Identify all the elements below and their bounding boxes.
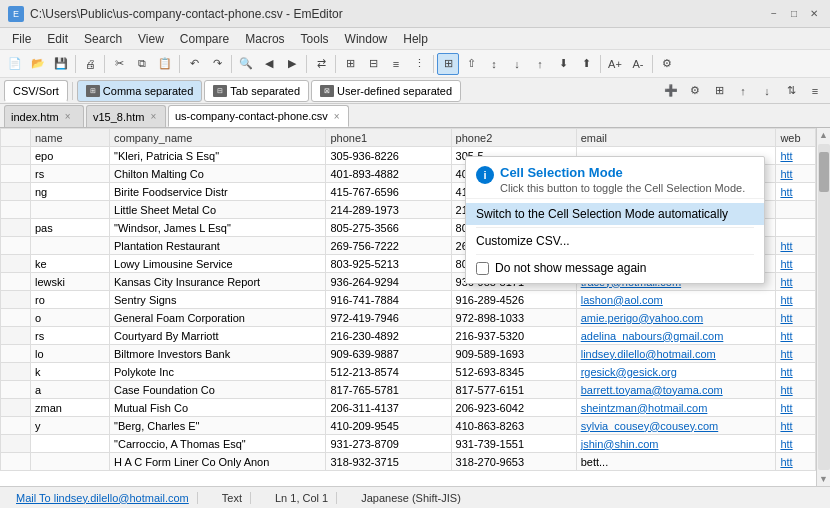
cell-name[interactable] [31, 237, 110, 255]
cell-company[interactable]: Sentry Signs [110, 291, 326, 309]
file-tab-2[interactable]: us-company-contact-phone.csv × [168, 105, 349, 127]
cell-company[interactable]: Mutual Fish Co [110, 399, 326, 417]
cell-email[interactable]: sylvia_cousey@cousey.com [576, 417, 776, 435]
v-scrollbar[interactable]: ▲ ▼ [816, 128, 830, 486]
cell-web[interactable]: htt [776, 381, 816, 399]
cell-web[interactable]: htt [776, 273, 816, 291]
cell-email[interactable]: barrett.toyama@toyama.com [576, 381, 776, 399]
cell-phone1[interactable]: 415-767-6596 [326, 183, 451, 201]
cell-phone2[interactable]: 410-863-8263 [451, 417, 576, 435]
cell-phone2[interactable]: 931-739-1551 [451, 435, 576, 453]
cell-name[interactable]: ke [31, 255, 110, 273]
cell-phone2[interactable]: 909-589-1693 [451, 345, 576, 363]
cell-name[interactable]: rs [31, 327, 110, 345]
cell-phone1[interactable]: 214-289-1973 [326, 201, 451, 219]
cell-email[interactable]: lashon@aol.com [576, 291, 776, 309]
cell-name[interactable]: a [31, 381, 110, 399]
plus-button[interactable]: ➕ [660, 80, 682, 102]
v-scroll-track[interactable] [818, 144, 830, 470]
cell-web[interactable]: htt [776, 399, 816, 417]
cell-company[interactable]: Chilton Malting Co [110, 165, 326, 183]
tb-btn11[interactable]: ⬆ [575, 53, 597, 75]
cell-name[interactable]: k [31, 363, 110, 381]
scroll-up-button[interactable]: ▲ [817, 128, 831, 142]
cell-company[interactable]: Little Sheet Metal Co [110, 201, 326, 219]
copy-button[interactable]: ⧉ [131, 53, 153, 75]
menu-file[interactable]: File [4, 28, 39, 50]
filter-button[interactable]: ⊞ [708, 80, 730, 102]
cell-phone1[interactable]: 916-741-7884 [326, 291, 451, 309]
cell-name[interactable]: rs [31, 165, 110, 183]
find-button[interactable]: 🔍 [235, 53, 257, 75]
cell-name[interactable]: zman [31, 399, 110, 417]
minimize-button[interactable]: − [766, 6, 782, 22]
cell-phone1[interactable]: 805-275-3566 [326, 219, 451, 237]
cell-web[interactable]: htt [776, 363, 816, 381]
file-tab-1-close[interactable]: × [150, 111, 156, 122]
cell-phone1[interactable]: 305-936-8226 [326, 147, 451, 165]
popup-item-0[interactable]: Switch to the Cell Selection Mode automa… [466, 203, 764, 225]
cell-phone2[interactable]: 817-577-6151 [451, 381, 576, 399]
comma-separated-tab[interactable]: ⊞ Comma separated [77, 80, 203, 102]
redo-button[interactable]: ↷ [206, 53, 228, 75]
replace-button[interactable]: ⇄ [310, 53, 332, 75]
cell-phone1[interactable]: 216-230-4892 [326, 327, 451, 345]
cell-phone2[interactable]: 216-937-5320 [451, 327, 576, 345]
csv-sort-tab[interactable]: CSV/Sort [4, 80, 68, 102]
col-header-name[interactable]: name [31, 129, 110, 147]
new-button[interactable]: 📄 [4, 53, 26, 75]
close-button[interactable]: ✕ [806, 6, 822, 22]
col-header-email[interactable]: email [576, 129, 776, 147]
cell-name[interactable]: o [31, 309, 110, 327]
config-button[interactable]: ⚙ [684, 80, 706, 102]
tb-btn3[interactable]: ≡ [385, 53, 407, 75]
cell-web[interactable]: htt [776, 435, 816, 453]
menu-compare[interactable]: Compare [172, 28, 237, 50]
cell-name[interactable]: epo [31, 147, 110, 165]
cell-web[interactable]: htt [776, 309, 816, 327]
cell-name[interactable]: y [31, 417, 110, 435]
v-scroll-thumb[interactable] [819, 152, 829, 192]
cell-phone2[interactable]: 318-270-9653 [451, 453, 576, 471]
menu-tools[interactable]: Tools [293, 28, 337, 50]
cell-phone1[interactable]: 931-273-8709 [326, 435, 451, 453]
cell-mode-button[interactable]: ⊞ [437, 53, 459, 75]
cell-web[interactable]: htt [776, 453, 816, 471]
cell-web[interactable]: htt [776, 417, 816, 435]
cell-name[interactable] [31, 201, 110, 219]
col-header-web[interactable]: web [776, 129, 816, 147]
file-tab-0[interactable]: index.htm × [4, 105, 84, 127]
cell-phone2[interactable]: 916-289-4526 [451, 291, 576, 309]
cell-phone2[interactable]: 206-923-6042 [451, 399, 576, 417]
cell-phone2[interactable]: 972-898-1033 [451, 309, 576, 327]
cell-web[interactable]: htt [776, 255, 816, 273]
col-header-phone2[interactable]: phone2 [451, 129, 576, 147]
cell-phone1[interactable]: 512-213-8574 [326, 363, 451, 381]
tb-btn10[interactable]: ⬇ [552, 53, 574, 75]
tb-btn9[interactable]: ↑ [529, 53, 551, 75]
cell-web[interactable] [776, 201, 816, 219]
menu-search[interactable]: Search [76, 28, 130, 50]
cell-phone1[interactable]: 318-932-3715 [326, 453, 451, 471]
cell-web[interactable]: htt [776, 237, 816, 255]
cut-button[interactable]: ✂ [108, 53, 130, 75]
cell-name[interactable]: ro [31, 291, 110, 309]
col-header-company[interactable]: company_name [110, 129, 326, 147]
cell-phone1[interactable]: 972-419-7946 [326, 309, 451, 327]
cell-company[interactable]: Case Foundation Co [110, 381, 326, 399]
cell-company[interactable]: "Carroccio, A Thomas Esq" [110, 435, 326, 453]
cell-phone1[interactable]: 909-639-9887 [326, 345, 451, 363]
menu-macros[interactable]: Macros [237, 28, 292, 50]
file-tab-2-close[interactable]: × [334, 111, 340, 122]
tb-btn4[interactable]: ⋮ [408, 53, 430, 75]
cell-email[interactable]: adelina_nabours@gmail.com [576, 327, 776, 345]
cell-email[interactable]: lindsey.dilello@hotmail.com [576, 345, 776, 363]
cell-name[interactable]: ng [31, 183, 110, 201]
popup-item-1[interactable]: Customize CSV... [466, 230, 764, 252]
cell-company[interactable]: General Foam Corporation [110, 309, 326, 327]
zoom-in-button[interactable]: A+ [604, 53, 626, 75]
file-tab-0-close[interactable]: × [65, 111, 71, 122]
cell-web[interactable] [776, 219, 816, 237]
cell-company[interactable]: "Windsor, James L Esq" [110, 219, 326, 237]
cell-web[interactable]: htt [776, 291, 816, 309]
